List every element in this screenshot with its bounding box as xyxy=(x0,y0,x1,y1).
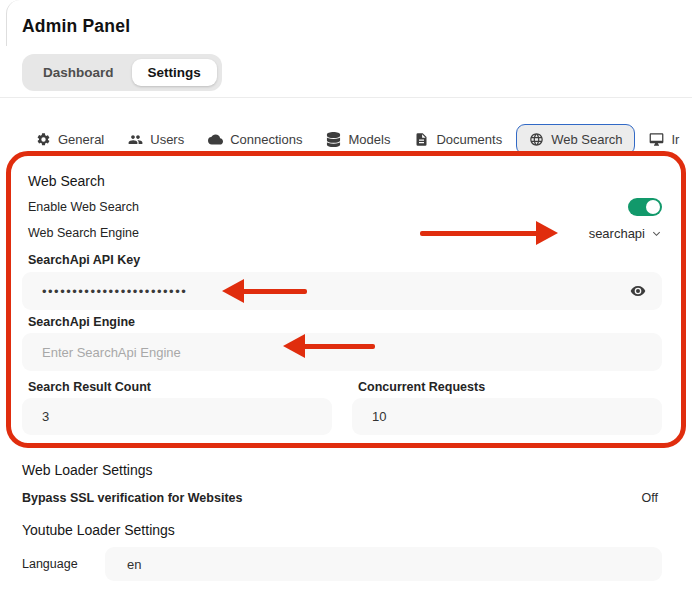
searchapi-api-key-field xyxy=(22,272,662,310)
tab-interface[interactable]: Ir xyxy=(639,124,689,155)
chevron-down-icon xyxy=(651,228,662,239)
searchapi-engine-input[interactable] xyxy=(22,333,662,371)
database-icon xyxy=(326,132,341,147)
searchapi-api-key-label: SearchApi API Key xyxy=(28,253,140,267)
enable-web-search-row: Enable Web Search xyxy=(28,198,662,216)
tab-models[interactable]: Models xyxy=(316,124,400,155)
web-loader-section-title: Web Loader Settings xyxy=(22,462,153,478)
web-search-engine-label: Web Search Engine xyxy=(28,226,139,240)
monitor-icon xyxy=(649,132,664,147)
tab-web-search[interactable]: Web Search xyxy=(516,124,635,155)
bypass-ssl-row[interactable]: Bypass SSL verification for Websites Off xyxy=(22,490,658,506)
selected-engine-value: searchapi xyxy=(589,226,645,241)
enable-web-search-toggle[interactable] xyxy=(628,198,662,216)
language-input[interactable] xyxy=(105,547,662,581)
tab-label: Connections xyxy=(230,132,302,147)
search-result-count-input[interactable] xyxy=(22,398,332,435)
tab-users[interactable]: Users xyxy=(118,124,194,155)
tab-label: Models xyxy=(348,132,390,147)
gear-icon xyxy=(36,132,51,147)
document-icon xyxy=(414,132,429,147)
tab-label: Users xyxy=(150,132,184,147)
tab-label: Ir xyxy=(671,132,679,147)
admin-segmented-control: Dashboard Settings xyxy=(22,54,222,91)
settings-tabstrip: General Users Connections Models Documen… xyxy=(26,124,692,155)
users-icon xyxy=(128,132,143,147)
tab-label: Web Search xyxy=(551,132,622,147)
show-api-key-button[interactable] xyxy=(622,283,662,299)
tab-documents[interactable]: Documents xyxy=(404,124,512,155)
enable-web-search-label: Enable Web Search xyxy=(28,200,139,214)
search-result-count-label: Search Result Count xyxy=(28,380,151,394)
youtube-loader-section-title: Youtube Loader Settings xyxy=(22,522,175,538)
header-divider xyxy=(0,97,692,98)
concurrent-requests-label: Concurrent Requests xyxy=(358,380,485,394)
tab-connections[interactable]: Connections xyxy=(198,124,312,155)
searchapi-api-key-input[interactable] xyxy=(22,284,622,299)
tab-label: General xyxy=(58,132,104,147)
web-search-engine-select[interactable]: searchapi xyxy=(589,226,662,241)
cloud-icon xyxy=(208,132,223,147)
globe-icon xyxy=(529,132,544,147)
concurrent-requests-input[interactable] xyxy=(352,398,662,435)
searchapi-engine-label: SearchApi Engine xyxy=(28,315,135,329)
web-search-engine-row: Web Search Engine searchapi xyxy=(28,224,662,242)
settings-tab-button[interactable]: Settings xyxy=(132,59,217,86)
toggle-knob xyxy=(646,200,660,214)
dashboard-tab-button[interactable]: Dashboard xyxy=(27,59,130,86)
language-label: Language xyxy=(22,557,78,571)
bypass-ssl-label: Bypass SSL verification for Websites xyxy=(22,491,242,505)
eye-icon xyxy=(630,283,646,299)
bypass-ssl-value: Off xyxy=(642,491,658,505)
web-search-section-title: Web Search xyxy=(28,173,105,189)
tab-label: Documents xyxy=(436,132,502,147)
page-title: Admin Panel xyxy=(22,16,130,37)
tab-general[interactable]: General xyxy=(26,124,114,155)
